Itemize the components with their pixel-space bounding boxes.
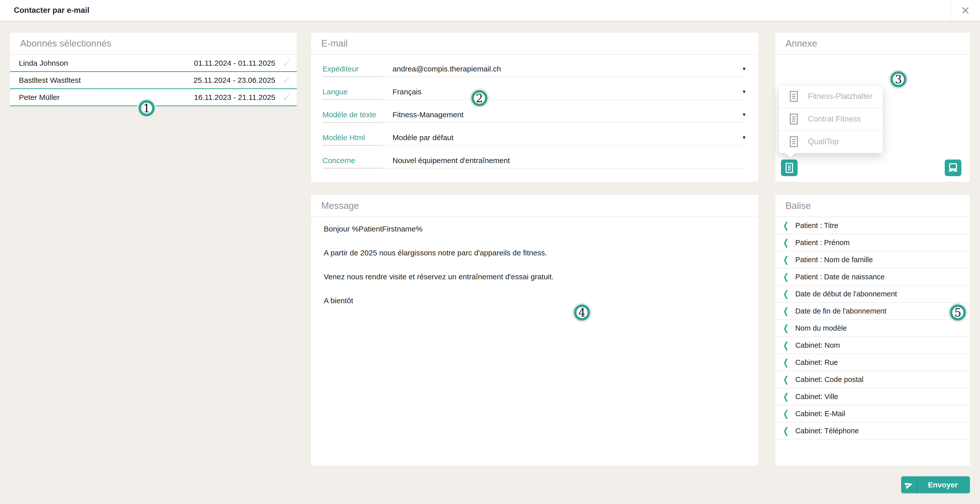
- tag-item[interactable]: ❮ Patient : Date de naissance: [775, 268, 970, 285]
- subscriber-row[interactable]: Peter Müller 16.11.2023 - 21.11.2025 ✓: [10, 89, 297, 106]
- dropdown-arrow-icon[interactable]: ▼: [742, 112, 746, 117]
- attachment-name: Fitness-Platzhalter: [808, 92, 873, 101]
- tag-label: Date de début de l'abonnement: [795, 290, 897, 298]
- contact-by-email-dialog: Contacter par e-mail ✕ Abonnés sélection…: [0, 0, 980, 504]
- chevron-left-icon: ❮: [783, 255, 789, 264]
- subscriber-row[interactable]: Linda Johnson 01.11.2024 - 01.11.2025 ✓: [10, 55, 297, 72]
- tag-label: Cabinet: Téléphone: [795, 427, 859, 435]
- message-body-editor[interactable]: Bonjour %PatientFirstname% A partir de 2…: [311, 217, 758, 305]
- dialog-titlebar: Contacter par e-mail ✕: [0, 0, 980, 21]
- tags-panel: Balise ❮ Patient : Titre ❮ Patient : Pré…: [775, 195, 970, 466]
- email-field-row: Langue Français ▼: [311, 80, 758, 103]
- attachment-popup-item[interactable]: Contrat Fitness: [779, 108, 883, 131]
- tag-item[interactable]: ❮ Cabinet: E-Mail: [775, 405, 970, 423]
- attachment-popup-item[interactable]: QualiTop: [779, 131, 883, 153]
- field-value[interactable]: Nouvel équipement d'entraînement: [393, 156, 510, 165]
- attachment-name: Contrat Fitness: [808, 114, 861, 124]
- field-value[interactable]: Fitness-Management: [393, 111, 463, 119]
- chevron-left-icon: ❮: [783, 409, 789, 418]
- message-header: Message: [311, 195, 758, 217]
- subscriber-name: Linda Johnson: [19, 59, 194, 67]
- chevron-left-icon: ❮: [783, 221, 789, 230]
- email-fields: Expéditeur andrea@compis.therapiemail.ch…: [311, 55, 758, 172]
- tag-item[interactable]: ❮ Cabinet: Ville: [775, 388, 970, 405]
- chevron-left-icon: ❮: [783, 238, 789, 247]
- check-icon: ✓: [282, 58, 291, 68]
- tag-item[interactable]: ❮ Date de fin de l'abonnement: [775, 303, 970, 320]
- attachment-popup: Fitness-Platzhalter Contrat Fitness: [778, 85, 883, 154]
- subscription-period: 16.11.2023 - 21.11.2025: [194, 93, 275, 101]
- annotation-marker-1: 1: [138, 100, 155, 116]
- subscription-period: 01.11.2024 - 01.11.2025: [194, 59, 275, 67]
- document-list-icon: [785, 163, 794, 173]
- annotation-marker-2: 2: [471, 90, 487, 106]
- attachment-panel: Annexe Fitness-Platzhalter: [775, 33, 970, 182]
- field-value[interactable]: andrea@compis.therapiemail.ch: [393, 65, 501, 73]
- annotation-marker-3: 3: [890, 71, 907, 87]
- tag-label: Patient : Nom de famille: [795, 256, 873, 264]
- tag-item[interactable]: ❮ Nom du modèle: [775, 320, 970, 337]
- tag-item[interactable]: ❮ Cabinet: Téléphone: [775, 423, 970, 440]
- close-button[interactable]: ✕: [950, 0, 980, 21]
- tag-item[interactable]: ❮ Cabinet: Nom: [775, 337, 970, 354]
- annotation-marker-5: 5: [950, 304, 966, 320]
- dropdown-arrow-icon[interactable]: ▼: [742, 66, 746, 72]
- add-attachment-button[interactable]: [781, 160, 798, 176]
- tag-item[interactable]: ❮ Cabinet: Rue: [775, 354, 970, 371]
- attachment-header: Annexe: [775, 33, 970, 55]
- tag-item[interactable]: ❮ Cabinet: Code postal: [775, 371, 970, 388]
- tag-label: Nom du modèle: [795, 324, 847, 333]
- attachment-popup-item[interactable]: Fitness-Platzhalter: [779, 85, 883, 108]
- chevron-left-icon: ❮: [783, 272, 789, 281]
- email-header: E-mail: [311, 33, 758, 55]
- message-paragraph: A partir de 2025 nous élargissons notre …: [324, 249, 746, 257]
- preview-button[interactable]: [945, 160, 961, 176]
- field-label: Langue: [323, 87, 393, 96]
- attachment-name: QualiTop: [808, 137, 838, 146]
- chevron-left-icon: ❮: [783, 392, 789, 401]
- tag-label: Cabinet: Rue: [795, 358, 838, 367]
- message-paragraph: A bientôt: [324, 296, 746, 305]
- paper-plane-icon: [901, 476, 917, 493]
- email-field-row: Concerne Nouvel équipement d'entraînemen…: [311, 149, 758, 172]
- subscriber-name: Bastltest Wastltest: [19, 76, 194, 84]
- subscriber-name: Peter Müller: [19, 93, 194, 101]
- field-value[interactable]: Français: [393, 87, 422, 96]
- tag-item[interactable]: ❮ Patient : Titre: [775, 217, 970, 234]
- tag-label: Date de fin de l'abonnement: [795, 307, 886, 315]
- dropdown-arrow-icon[interactable]: ▼: [742, 135, 746, 140]
- email-field-row: Expéditeur andrea@compis.therapiemail.ch…: [311, 57, 758, 80]
- tag-item[interactable]: ❮ Patient : Prénom: [775, 234, 970, 251]
- annotation-marker-4: 4: [574, 304, 590, 320]
- field-label: Modèle de texte: [323, 111, 393, 119]
- send-button[interactable]: Envoyer: [901, 476, 970, 493]
- check-icon: ✓: [282, 75, 291, 86]
- close-icon: ✕: [961, 4, 970, 17]
- chevron-left-icon: ❮: [783, 323, 789, 333]
- document-list-icon: [789, 90, 799, 102]
- chevron-left-icon: ❮: [783, 289, 789, 298]
- dropdown-arrow-icon[interactable]: ▼: [742, 89, 746, 95]
- laptop-icon: [948, 163, 959, 173]
- send-button-label: Envoyer: [917, 480, 970, 489]
- email-panel: E-mail Expéditeur andrea@compis.therapie…: [311, 33, 758, 182]
- field-label: Expéditeur: [323, 65, 393, 73]
- tag-label: Cabinet: E-Mail: [795, 410, 845, 418]
- selected-subscribers-panel: Abonnés sélectionnés Linda Johnson 01.11…: [10, 33, 297, 106]
- tag-item[interactable]: ❮ Date de début de l'abonnement: [775, 285, 970, 303]
- message-panel: Message Bonjour %PatientFirstname% A par…: [311, 195, 758, 466]
- chevron-left-icon: ❮: [783, 426, 789, 435]
- subscriber-row[interactable]: Bastltest Wastltest 25.11.2024 - 23.06.2…: [10, 72, 297, 89]
- chevron-left-icon: ❮: [783, 341, 789, 350]
- tag-label: Cabinet: Code postal: [795, 376, 864, 384]
- tag-item[interactable]: ❮ Patient : Nom de famille: [775, 251, 970, 268]
- tag-label: Cabinet: Ville: [795, 393, 838, 401]
- document-list-icon: [789, 136, 799, 147]
- document-list-icon: [789, 113, 799, 125]
- field-label: Modèle Html: [323, 133, 393, 142]
- tags-header: Balise: [775, 195, 970, 217]
- field-value[interactable]: Modèle par défaut: [393, 133, 453, 142]
- dialog-title: Contacter par e-mail: [14, 6, 89, 15]
- chevron-left-icon: ❮: [783, 358, 789, 367]
- subscribers-header: Abonnés sélectionnés: [10, 33, 297, 55]
